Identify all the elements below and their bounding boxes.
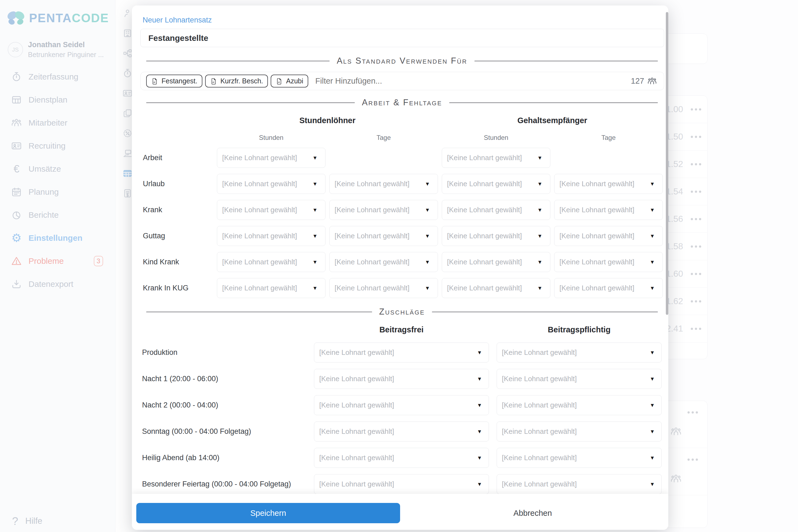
discount-badge-icon[interactable] bbox=[122, 128, 133, 138]
lohnart-dropdown[interactable]: [Keine Lohnart gewählt]▼ bbox=[217, 226, 325, 246]
chevron-down-icon: ▼ bbox=[312, 259, 318, 265]
wage-table-icon[interactable] bbox=[122, 168, 133, 178]
dropdown-value: [Keine Lohnart gewählt] bbox=[222, 206, 297, 214]
lohnart-dropdown[interactable]: [Keine Lohnart gewählt]▼ bbox=[314, 395, 489, 415]
work-group-headers: Stundenlöhner Gehaltsempfänger bbox=[140, 116, 663, 125]
row-menu-button[interactable] bbox=[691, 245, 701, 248]
row-menu-button[interactable] bbox=[691, 328, 701, 330]
lohnart-dropdown[interactable]: [Keine Lohnart gewählt]▼ bbox=[554, 226, 663, 246]
sidebar-item-zeiterfassung[interactable]: Zeiterfassung bbox=[0, 65, 115, 88]
modal-scrollbar[interactable] bbox=[666, 12, 668, 315]
person-icon[interactable] bbox=[122, 8, 133, 18]
lohnart-dropdown[interactable]: [Keine Lohnart gewählt]▼ bbox=[554, 174, 663, 194]
lohnart-dropdown[interactable]: [Keine Lohnart gewählt]▼ bbox=[497, 474, 662, 494]
chevron-down-icon: ▼ bbox=[650, 402, 655, 408]
sidebar-item-einstellungen[interactable]: ⚙ Einstellungen bbox=[0, 227, 115, 250]
row-menu-button[interactable] bbox=[687, 411, 698, 414]
lohnart-dropdown[interactable]: [Keine Lohnart gewählt]▼ bbox=[314, 369, 489, 389]
lohnart-dropdown[interactable]: [Keine Lohnart gewählt]▼ bbox=[497, 421, 662, 441]
sidebar-item-recruiting[interactable]: Recruiting bbox=[0, 134, 115, 157]
lohnart-dropdown[interactable]: [Keine Lohnart gewählt]▼ bbox=[497, 448, 662, 468]
lohnart-dropdown[interactable]: [Keine Lohnart gewählt]▼ bbox=[217, 200, 325, 220]
document-icon bbox=[210, 78, 217, 85]
sidebar-nav: Zeiterfassung Dienstplan Mitarbeiter Rec… bbox=[0, 65, 115, 296]
lohnart-dropdown[interactable]: [Keine Lohnart gewählt]▼ bbox=[329, 278, 438, 298]
euro-icon: € bbox=[11, 163, 22, 175]
row-menu-button[interactable] bbox=[691, 300, 701, 302]
lohnart-dropdown[interactable]: [Keine Lohnart gewählt]▼ bbox=[554, 278, 663, 298]
dropdown-value: [Keine Lohnart gewählt] bbox=[559, 232, 634, 240]
hierarchy-icon[interactable] bbox=[122, 48, 133, 58]
dropdown-value: [Keine Lohnart gewählt] bbox=[222, 232, 297, 240]
invoice-icon[interactable] bbox=[122, 188, 133, 198]
lohnart-dropdown[interactable]: [Keine Lohnart gewählt]▼ bbox=[497, 343, 662, 363]
pentacode-logo[interactable]: PENTACODE bbox=[5, 8, 109, 28]
work-sub-headers: Stunden Tage Stunden Tage bbox=[140, 134, 663, 141]
sidebar-item-mitarbeiter[interactable]: Mitarbeiter bbox=[0, 111, 115, 134]
lohnart-dropdown[interactable]: [Keine Lohnart gewählt]▼ bbox=[217, 252, 325, 272]
sidebar-item-berichte[interactable]: Berichte bbox=[0, 204, 115, 227]
problems-count-badge: 3 bbox=[94, 256, 103, 266]
row-menu-button[interactable] bbox=[691, 191, 701, 193]
row-menu-button[interactable] bbox=[691, 136, 701, 138]
lohnart-dropdown[interactable]: [Keine Lohnart gewählt]▼ bbox=[442, 226, 550, 246]
lohnart-dropdown[interactable]: [Keine Lohnart gewählt]▼ bbox=[217, 174, 325, 194]
sidebar-item-datenexport[interactable]: Datenexport bbox=[0, 272, 115, 296]
help-button[interactable]: ? Hilfe bbox=[0, 512, 115, 530]
lohnart-dropdown[interactable]: [Keine Lohnart gewählt]▼ bbox=[217, 148, 325, 168]
bonus-row-produktion: Produktion [Keine Lohnart gewählt]▼ [Kei… bbox=[140, 343, 662, 363]
lohnart-dropdown[interactable]: [Keine Lohnart gewählt]▼ bbox=[497, 369, 662, 389]
lohnartensatz-name-input[interactable] bbox=[140, 29, 664, 47]
chevron-down-icon: ▼ bbox=[537, 285, 543, 291]
bonus-row-sonntag: Sonntag (00:00 - 04:00 Folgetag) [Keine … bbox=[140, 421, 662, 441]
cancel-button[interactable]: Abbrechen bbox=[401, 503, 664, 523]
row-menu-button[interactable] bbox=[691, 163, 701, 165]
add-filter-input[interactable] bbox=[315, 77, 631, 86]
pie-chart-icon bbox=[11, 209, 22, 221]
copy-icon[interactable] bbox=[122, 108, 133, 118]
lohnart-dropdown[interactable]: [Keine Lohnart gewählt]▼ bbox=[217, 278, 325, 298]
chevron-down-icon: ▼ bbox=[650, 181, 655, 187]
lohnart-dropdown[interactable]: [Keine Lohnart gewählt]▼ bbox=[554, 200, 663, 220]
lohnart-dropdown[interactable]: [Keine Lohnart gewählt]▼ bbox=[442, 200, 550, 220]
lohnart-dropdown[interactable]: [Keine Lohnart gewählt]▼ bbox=[329, 174, 438, 194]
filter-chip-kurzfristig-beschaeftigte[interactable]: Kurzfr. Besch. bbox=[205, 75, 268, 88]
lohnart-dropdown[interactable]: [Keine Lohnart gewählt]▼ bbox=[497, 395, 662, 415]
lohnart-dropdown[interactable]: [Keine Lohnart gewählt]▼ bbox=[442, 174, 550, 194]
sidebar-item-probleme[interactable]: Probleme 3 bbox=[0, 250, 115, 272]
dropdown-value: [Keine Lohnart gewählt] bbox=[502, 454, 577, 462]
workstation-icon[interactable] bbox=[122, 148, 133, 158]
lohnart-dropdown[interactable]: [Keine Lohnart gewählt]▼ bbox=[329, 252, 438, 272]
lohnart-dropdown[interactable]: [Keine Lohnart gewählt]▼ bbox=[329, 226, 438, 246]
user-subtitle: Betrunkener Pinguiner ... bbox=[28, 51, 104, 59]
id-card-icon[interactable] bbox=[122, 88, 133, 98]
lohnart-dropdown[interactable]: [Keine Lohnart gewählt]▼ bbox=[329, 200, 438, 220]
lohnart-dropdown[interactable]: [Keine Lohnart gewählt]▼ bbox=[554, 252, 663, 272]
filter-chip-festangestellte[interactable]: Festangest. bbox=[146, 75, 202, 88]
sidebar-item-dienstplan[interactable]: Dienstplan bbox=[0, 88, 115, 111]
lohnart-dropdown[interactable]: [Keine Lohnart gewählt]▼ bbox=[314, 343, 489, 363]
chevron-down-icon: ▼ bbox=[650, 259, 655, 265]
lohnart-dropdown[interactable]: [Keine Lohnart gewählt]▼ bbox=[314, 421, 489, 441]
row-menu-button[interactable] bbox=[691, 273, 701, 275]
row-menu-button[interactable] bbox=[691, 108, 701, 111]
save-button[interactable]: Speichern bbox=[136, 503, 400, 523]
user-profile[interactable]: JS Jonathan Seidel Betrunkener Pinguiner… bbox=[8, 41, 104, 59]
lohnart-dropdown[interactable]: [Keine Lohnart gewählt]▼ bbox=[314, 448, 489, 468]
lohnart-dropdown[interactable]: [Keine Lohnart gewählt]▼ bbox=[442, 278, 550, 298]
neuer-lohnartensatz-modal: Neuer Lohnartensatz Als Standard Verwend… bbox=[132, 5, 668, 530]
lohnart-dropdown[interactable]: [Keine Lohnart gewählt]▼ bbox=[442, 252, 550, 272]
lohnart-dropdown[interactable]: [Keine Lohnart gewählt]▼ bbox=[442, 148, 550, 168]
chevron-down-icon: ▼ bbox=[537, 259, 543, 265]
id-card-icon bbox=[11, 140, 22, 152]
work-row-krank: Krank [Keine Lohnart gewählt]▼ [Keine Lo… bbox=[140, 200, 663, 220]
filter-chip-azubi[interactable]: Azubi bbox=[271, 75, 308, 88]
building-icon[interactable] bbox=[122, 28, 133, 38]
row-menu-button[interactable] bbox=[691, 218, 701, 220]
row-menu-button[interactable] bbox=[687, 458, 698, 461]
lohnart-dropdown[interactable]: [Keine Lohnart gewählt]▼ bbox=[314, 474, 489, 494]
sidebar-item-umsaetze[interactable]: € Umsätze bbox=[0, 157, 115, 180]
stopwatch-icon[interactable] bbox=[122, 68, 133, 78]
bonus-row-nacht-1: Nacht 1 (20:00 - 06:00) [Keine Lohnart g… bbox=[140, 369, 662, 389]
sidebar-item-planung[interactable]: Planung bbox=[0, 180, 115, 204]
